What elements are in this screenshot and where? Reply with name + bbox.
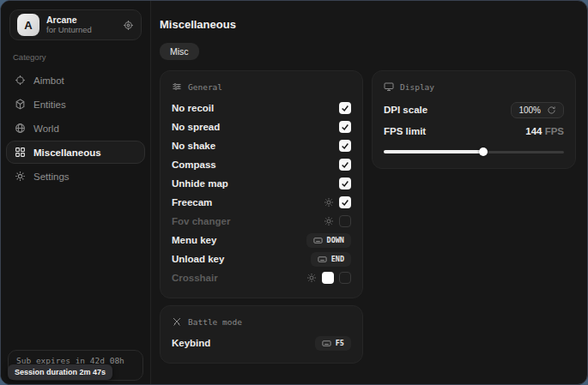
setting-label: No spread bbox=[172, 122, 334, 132]
sidebar-item-world[interactable]: World bbox=[6, 117, 145, 140]
gear-icon[interactable] bbox=[324, 197, 334, 208]
keybind-value: END bbox=[331, 255, 344, 263]
keybind-button[interactable]: END bbox=[311, 252, 351, 267]
reset-icon[interactable] bbox=[547, 105, 556, 115]
cube-icon bbox=[15, 99, 26, 110]
checkbox-unchecked[interactable] bbox=[339, 215, 351, 227]
setting-label: FPS limit bbox=[384, 126, 520, 136]
keybind-button[interactable]: DOWN bbox=[306, 233, 351, 248]
avatar: A bbox=[17, 14, 39, 36]
sidebar: A Arcane for Unturned Category A bbox=[1, 1, 151, 384]
keyboard-icon bbox=[313, 236, 323, 245]
checkbox-checked[interactable] bbox=[339, 121, 351, 133]
keybind-value: F5 bbox=[336, 339, 344, 347]
setting-label: DPI scale bbox=[384, 105, 506, 115]
setting-row-unhide-map: Unhide map bbox=[172, 174, 351, 193]
display-panel: Display DPI scale 100% bbox=[372, 70, 576, 169]
slider-thumb[interactable] bbox=[479, 147, 488, 156]
sliders-icon bbox=[172, 81, 182, 92]
checkbox-checked[interactable] bbox=[339, 177, 351, 189]
monitor-icon bbox=[384, 81, 394, 92]
setting-row-fov-changer: Fov changer bbox=[172, 212, 351, 231]
setting-row-fps-limit: FPS limit 144 FPS bbox=[384, 121, 564, 141]
setting-label: Fov changer bbox=[172, 216, 318, 226]
sidebar-item-miscellaneous[interactable]: Miscellaneous bbox=[6, 141, 145, 164]
setting-row-crosshair: Crosshair bbox=[172, 268, 351, 287]
panel-header-label: General bbox=[188, 82, 222, 92]
setting-row-dpi-scale: DPI scale 100% bbox=[384, 99, 564, 121]
dpi-scale-value: 100% bbox=[518, 105, 541, 115]
general-panel: General No recoil No spread bbox=[160, 70, 363, 298]
setting-row-unload-key: Unload key END bbox=[172, 250, 351, 268]
setting-row-keybind: Keybind F5 bbox=[172, 334, 351, 352]
sidebar-item-aimbot[interactable]: Aimbot bbox=[6, 69, 145, 92]
sidebar-item-label: Entities bbox=[33, 99, 66, 110]
setting-row-compass: Compass bbox=[172, 155, 351, 174]
swords-icon bbox=[172, 316, 182, 327]
slider-fill bbox=[384, 150, 483, 153]
setting-row-menu-key: Menu key DOWN bbox=[172, 231, 351, 250]
dpi-scale-button[interactable]: 100% bbox=[511, 102, 564, 118]
setting-label: No shake bbox=[172, 141, 334, 151]
fps-limit-slider[interactable] bbox=[384, 146, 564, 158]
sidebar-item-label: Settings bbox=[33, 171, 70, 182]
panel-header-label: Battle mode bbox=[188, 317, 242, 327]
sidebar-item-entities[interactable]: Entities bbox=[6, 93, 145, 116]
tab-misc[interactable]: Misc bbox=[160, 43, 199, 60]
checkbox-unchecked[interactable] bbox=[339, 272, 351, 284]
setting-row-no-recoil: No recoil bbox=[172, 99, 351, 117]
category-label: Category bbox=[13, 52, 138, 62]
setting-label: Unload key bbox=[172, 254, 306, 264]
main-content: Miscellaneous Misc General bbox=[151, 1, 588, 384]
sidebar-item-label: Aimbot bbox=[33, 75, 64, 86]
sidebar-nav: Aimbot Entities World bbox=[1, 69, 150, 188]
setting-row-no-spread: No spread bbox=[172, 117, 351, 136]
setting-label: Freecam bbox=[172, 197, 318, 208]
setting-label: Menu key bbox=[172, 235, 301, 245]
checkbox-checked[interactable] bbox=[339, 196, 351, 208]
app-header-card[interactable]: A Arcane for Unturned bbox=[9, 9, 142, 40]
color-swatch[interactable] bbox=[322, 272, 334, 284]
sidebar-item-settings[interactable]: Settings bbox=[6, 165, 145, 188]
grid-icon bbox=[15, 147, 26, 158]
keyboard-icon bbox=[322, 339, 331, 348]
fps-limit-value: 144 bbox=[525, 126, 542, 136]
checkbox-checked[interactable] bbox=[339, 159, 351, 171]
setting-label: Unhide map bbox=[172, 178, 334, 189]
setting-label: Compass bbox=[172, 159, 334, 170]
sync-icon[interactable] bbox=[123, 20, 134, 31]
setting-label: No recoil bbox=[172, 103, 334, 113]
session-duration-tooltip: Session duration 2m 47s bbox=[8, 364, 112, 380]
page-title: Miscellaneous bbox=[160, 18, 576, 31]
checkbox-checked[interactable] bbox=[339, 140, 351, 152]
setting-label: Keybind bbox=[172, 338, 310, 348]
setting-row-freecam: Freecam bbox=[172, 193, 351, 212]
keyboard-icon bbox=[318, 255, 327, 264]
sidebar-item-label: Miscellaneous bbox=[33, 147, 101, 158]
arcane-window: A Arcane for Unturned Category A bbox=[0, 0, 588, 385]
app-title: Arcane bbox=[46, 15, 116, 26]
checkbox-checked[interactable] bbox=[339, 102, 351, 114]
app-subtitle: for Unturned bbox=[46, 26, 116, 34]
crosshair-icon bbox=[15, 75, 26, 86]
keybind-value: DOWN bbox=[327, 236, 344, 244]
battle-mode-panel: Battle mode Keybind F5 bbox=[160, 305, 363, 364]
gear-icon[interactable] bbox=[324, 216, 334, 226]
gear-icon[interactable] bbox=[306, 273, 317, 283]
fps-limit-unit: FPS bbox=[545, 126, 564, 136]
globe-icon bbox=[15, 123, 26, 134]
keybind-button[interactable]: F5 bbox=[315, 336, 351, 351]
setting-row-no-shake: No shake bbox=[172, 136, 351, 155]
setting-label: Crosshair bbox=[172, 273, 301, 283]
panel-header-label: Display bbox=[400, 82, 434, 92]
sidebar-item-label: World bbox=[33, 123, 59, 134]
gear-icon bbox=[15, 171, 26, 182]
